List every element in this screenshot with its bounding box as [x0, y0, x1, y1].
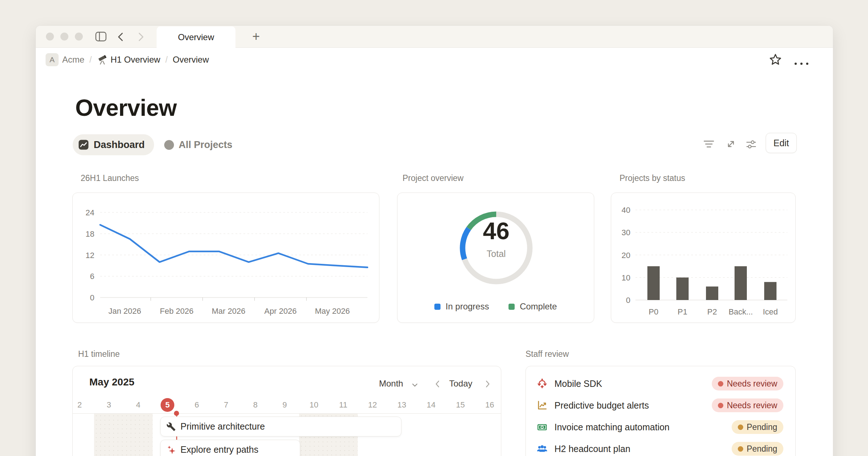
view-tab-all-projects-label: All Projects — [179, 139, 233, 151]
view-tab-dashboard[interactable]: Dashboard — [73, 134, 154, 155]
timeline-today-marker — [174, 411, 179, 416]
back-icon[interactable] — [116, 31, 125, 44]
window-close-button[interactable] — [46, 33, 54, 41]
window-tab-bar: Overview + — [36, 26, 833, 48]
legend-swatch-in-progress — [434, 304, 441, 310]
staff-item-title: Mobile SDK — [554, 379, 602, 389]
timeline-today-button[interactable]: Today — [449, 379, 472, 389]
svg-text:12: 12 — [86, 251, 94, 260]
app-window: Overview + A Acme / H1 Overview / Overvi… — [35, 25, 833, 456]
status-badge-label: Pending — [747, 444, 777, 454]
circle-icon — [164, 140, 174, 150]
chart-icon — [78, 139, 89, 150]
staff-review-row[interactable]: H2 headcount plan Pending — [526, 438, 795, 456]
svg-text:P1: P1 — [678, 307, 688, 316]
svg-text:30: 30 — [622, 228, 630, 237]
filter-icon[interactable] — [703, 139, 715, 151]
edit-button-label: Edit — [773, 138, 789, 148]
projects-by-status-card-label: Projects by status — [620, 173, 685, 183]
chevron-down-icon[interactable] — [412, 382, 418, 389]
donut-legend: In progress Complete — [397, 301, 594, 312]
timeline-body: Primitive architecture Explore entry pat… — [73, 414, 501, 456]
sparkles-icon — [166, 445, 176, 455]
timeline-event[interactable]: Explore entry paths — [160, 440, 300, 456]
timeline-day: 9 — [277, 398, 292, 412]
new-tab-button[interactable]: + — [248, 29, 264, 45]
donut-center: 46 Total — [456, 218, 536, 259]
window-zoom-button[interactable] — [75, 33, 83, 41]
staff-item-title: Predictive budget alerts — [554, 400, 649, 411]
svg-text:Back...: Back... — [728, 307, 753, 316]
staff-review-row[interactable]: Mobile SDK Needs review — [526, 373, 795, 394]
more-options-icon[interactable] — [793, 58, 810, 68]
timeline-month-title: May 2025 — [89, 376, 135, 388]
launches-line-chart: 06121824Jan 2026Feb 2026Mar 2026Apr 2026… — [73, 193, 380, 323]
timeline-day: 12 — [365, 398, 380, 412]
project-overview-card: 46 Total In progress Complete — [397, 193, 594, 323]
wrench-icon — [166, 422, 176, 431]
svg-text:40: 40 — [622, 206, 630, 215]
timeline-day: 11 — [336, 398, 350, 412]
timeline-prev-icon[interactable] — [434, 379, 440, 390]
svg-text:Iced: Iced — [763, 307, 778, 316]
timeline-day: 13 — [395, 398, 409, 412]
timeline-day: 14 — [424, 398, 438, 412]
timeline-view-mode-dropdown[interactable]: Month — [379, 379, 403, 389]
projects-by-status-bar-chart: 010203040P0P1P2Back...Iced — [611, 193, 796, 323]
timeline-event[interactable]: Primitive architecture — [160, 417, 401, 436]
status-dot — [718, 403, 723, 408]
legend-in-progress: In progress — [434, 301, 489, 312]
legend-in-progress-label: In progress — [446, 301, 489, 312]
breadcrumb: A Acme / H1 Overview / Overview — [36, 48, 833, 72]
status-badge[interactable]: Pending — [732, 442, 783, 456]
svg-text:P2: P2 — [707, 307, 717, 316]
trend-chart-icon — [536, 399, 548, 411]
timeline-day: 8 — [248, 398, 263, 412]
status-dot — [718, 381, 723, 387]
staff-review-card-label: Staff review — [526, 349, 569, 359]
svg-text:0: 0 — [90, 293, 94, 302]
svg-text:10: 10 — [622, 273, 630, 282]
tab-title: Overview — [178, 32, 214, 42]
svg-text:24: 24 — [86, 208, 94, 217]
timeline-event-title: Explore entry paths — [180, 444, 258, 455]
status-badge[interactable]: Pending — [732, 420, 783, 434]
desktop: Overview + A Acme / H1 Overview / Overvi… — [0, 0, 868, 456]
sidebar-toggle-icon[interactable] — [95, 31, 107, 43]
svg-text:18: 18 — [86, 229, 94, 238]
status-dot — [738, 446, 743, 452]
edit-button[interactable]: Edit — [766, 133, 797, 153]
favorite-star-icon[interactable] — [769, 53, 782, 69]
timeline-next-icon[interactable] — [485, 379, 491, 390]
breadcrumb-workspace[interactable]: Acme — [62, 55, 84, 65]
workspace-badge[interactable]: A — [46, 53, 59, 66]
staff-review-row[interactable]: Predictive budget alerts Needs review — [526, 394, 795, 416]
forward-icon[interactable] — [136, 31, 145, 44]
launches-card-label: 26H1 Launches — [81, 173, 139, 183]
settings-sliders-icon[interactable] — [745, 139, 757, 151]
status-badge[interactable]: Needs review — [712, 398, 783, 412]
legend-complete: Complete — [509, 301, 557, 312]
breadcrumb-separator: / — [165, 55, 167, 65]
view-tab-all-projects[interactable]: All Projects — [164, 139, 233, 151]
view-tab-dashboard-label: Dashboard — [94, 139, 145, 151]
donut-total-caption: Total — [456, 249, 536, 259]
svg-text:6: 6 — [90, 272, 94, 281]
timeline-day: 3 — [102, 398, 116, 412]
status-badge[interactable]: Needs review — [712, 377, 783, 390]
timeline-day: 7 — [219, 398, 233, 412]
timeline-card: May 2025 Month Today 2345678910111213141… — [72, 366, 501, 456]
tab-overview[interactable]: Overview — [157, 26, 235, 48]
svg-text:20: 20 — [622, 251, 630, 260]
timeline-day: 4 — [131, 398, 145, 412]
timeline-day: 2 — [72, 398, 87, 412]
staff-review-row[interactable]: Invoice matching automation Pending — [526, 416, 795, 438]
status-badge-label: Needs review — [727, 401, 777, 410]
breadcrumb-parent-page[interactable]: H1 Overview — [111, 55, 160, 65]
expand-icon[interactable] — [726, 139, 736, 151]
svg-text:0: 0 — [626, 296, 630, 305]
timeline-weekend-shade — [94, 414, 153, 456]
window-minimize-button[interactable] — [60, 33, 68, 41]
breadcrumb-current-page[interactable]: Overview — [173, 55, 209, 65]
svg-text:Apr 2026: Apr 2026 — [264, 307, 297, 316]
